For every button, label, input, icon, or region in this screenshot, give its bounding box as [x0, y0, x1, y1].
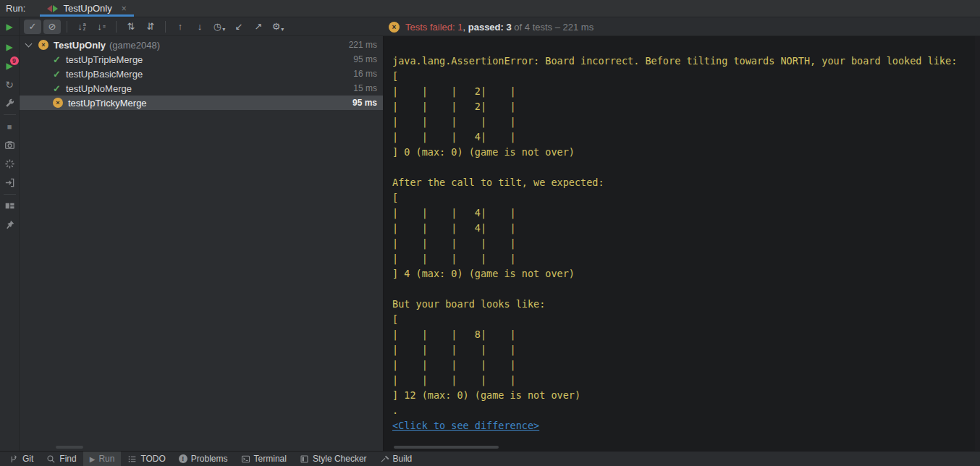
- toolwindow-style-checker[interactable]: Style Checker: [293, 452, 373, 466]
- settings-button[interactable]: ⚙ ▾: [269, 20, 287, 34]
- detach-icon[interactable]: [4, 177, 16, 189]
- duration-lines-icon: ≡: [103, 25, 106, 29]
- todo-list-icon: [127, 454, 137, 464]
- duration: 95 ms: [352, 98, 383, 108]
- clock-icon: ◷: [214, 21, 221, 32]
- run-panel-left-toolbar: ▶ ▶ 9 ↻ ■: [0, 36, 20, 451]
- tab-title: TestUpOnly: [63, 3, 111, 14]
- toolbar-separator: [116, 21, 117, 33]
- pin-icon[interactable]: [4, 219, 16, 231]
- tree-row-testuptrickymerge[interactable]: × testUpTrickyMerge 95 ms: [20, 96, 383, 110]
- terminal-icon: [241, 454, 250, 464]
- chevron-down-icon[interactable]: [25, 40, 33, 47]
- wrench-icon[interactable]: [4, 97, 16, 109]
- test-name: testUpBasicMerge: [66, 69, 143, 80]
- strip-separator: [4, 114, 16, 115]
- toolwindow-label: Problems: [191, 454, 228, 464]
- console-line: After the call to tilt, we expected:: [392, 175, 974, 190]
- sort-letter-z: z: [83, 27, 86, 31]
- rerun-button[interactable]: ▶: [4, 41, 16, 53]
- test-config-icon: [47, 5, 58, 12]
- git-branch-icon: [9, 454, 19, 464]
- vertical-scrollbar[interactable]: [975, 36, 980, 451]
- console-line: But your board looks like:: [392, 297, 974, 312]
- suite-name: TestUpOnly: [54, 40, 106, 51]
- camera-icon[interactable]: [4, 139, 16, 151]
- toolwindow-label: Run: [98, 454, 114, 464]
- hide-passed-button[interactable]: ✓: [24, 20, 41, 34]
- arrow-down-icon: ↓: [198, 21, 203, 32]
- tree-row-testupnomerge[interactable]: ✓ testUpNoMerge 15 ms: [20, 81, 383, 96]
- console-line: | | | | |: [392, 114, 974, 130]
- no-entry-icon: ⊘: [48, 21, 56, 32]
- console-line: | | | | |: [392, 342, 974, 357]
- see-difference-link[interactable]: <Click to see difference>: [392, 420, 539, 431]
- style-checker-icon: [300, 454, 309, 464]
- test-pass-icon: ✓: [53, 54, 61, 65]
- arrow-down-icon: ↓: [77, 21, 83, 32]
- tab-testuponly[interactable]: TestUpOnly ×: [40, 0, 133, 17]
- toolwindow-terminal[interactable]: Terminal: [235, 452, 293, 466]
- test-history-button[interactable]: ◷ ▾: [211, 20, 228, 34]
- test-console: java.lang.AssertionError: Board incorrec…: [384, 36, 980, 451]
- problems-icon: !: [179, 454, 187, 463]
- duration: 221 ms: [349, 40, 383, 50]
- horizontal-scrollbar[interactable]: [394, 446, 499, 449]
- expand-all-icon: ⇅: [127, 21, 135, 32]
- test-pass-icon: ✓: [53, 83, 61, 94]
- console-line: ] 12 (max: 0) (game is not over): [392, 388, 974, 403]
- sort-alphabetically-button[interactable]: ↓ az: [73, 20, 90, 34]
- collapse-all-icon: ⇵: [147, 21, 155, 32]
- console-line: .: [392, 403, 974, 418]
- thread-dump-icon[interactable]: [4, 158, 16, 170]
- tree-row-testupbasicmerge[interactable]: ✓ testUpBasicMerge 16 ms: [20, 67, 383, 81]
- console-line: [: [392, 190, 974, 206]
- console-line: | | | | |: [392, 357, 974, 373]
- stop-button[interactable]: ■: [4, 120, 16, 132]
- sort-by-duration-button[interactable]: ↓ ≡: [93, 20, 110, 34]
- tree-row-testuponly[interactable]: × TestUpOnly (game2048) 221 ms: [20, 38, 383, 52]
- console-line: [: [392, 312, 974, 327]
- toolwindow-find[interactable]: Find: [40, 452, 83, 466]
- collapse-all-button[interactable]: ⇵: [142, 20, 159, 34]
- duration: 16 ms: [353, 69, 383, 79]
- rerun-button[interactable]: ▶: [0, 17, 20, 35]
- console-line: | | | 8| |: [392, 327, 974, 342]
- rerun-failed-tests-button[interactable]: ▶ 9: [4, 59, 16, 72]
- summary-separator: ,: [463, 22, 468, 33]
- toolwindow-build[interactable]: Build: [373, 452, 419, 466]
- test-name: testUpNoMerge: [66, 83, 132, 94]
- test-error-icon: ×: [53, 98, 63, 108]
- tree-row-testuptriplemerge[interactable]: ✓ testUpTripleMerge 95 ms: [20, 52, 383, 67]
- console-line: | | | | |: [392, 373, 974, 388]
- toolbar-separator: [67, 21, 67, 33]
- toolwindow-problems[interactable]: ! Problems: [172, 452, 235, 466]
- horizontal-scrollbar[interactable]: [56, 446, 83, 449]
- check-icon: ✓: [29, 21, 37, 32]
- toolwindow-git[interactable]: Git: [3, 452, 40, 466]
- duration: 95 ms: [353, 54, 383, 64]
- restore-layout-icon[interactable]: [4, 200, 16, 212]
- hide-ignored-button[interactable]: ⊘: [43, 20, 61, 34]
- console-line: | | | 2| |: [392, 99, 974, 114]
- console-line: | | | 4| |: [392, 221, 974, 236]
- console-line: ] 4 (max: 0) (game is not over): [392, 266, 974, 281]
- arrow-up-icon: ↑: [178, 21, 183, 32]
- test-tree: × TestUpOnly (game2048) 221 ms ✓ testUpT…: [20, 36, 384, 451]
- console-line: | | | | |: [392, 251, 974, 266]
- search-icon: [46, 454, 56, 464]
- summary-text: Tests failed: 1, passed: 3 of 4 tests – …: [405, 22, 594, 33]
- close-icon[interactable]: ×: [122, 4, 127, 14]
- console-line: | | | 4| |: [392, 130, 974, 145]
- previous-failed-test-button[interactable]: ↑: [172, 20, 189, 34]
- expand-all-button[interactable]: ⇅: [122, 20, 140, 34]
- toggle-auto-test-button[interactable]: ↻: [4, 78, 16, 90]
- toolwindow-label: Style Checker: [313, 454, 367, 464]
- strip-separator: [4, 194, 16, 195]
- import-test-results-button[interactable]: ↙: [230, 20, 248, 34]
- next-failed-test-button[interactable]: ↓: [191, 20, 208, 34]
- toolwindow-todo[interactable]: TODO: [121, 452, 172, 466]
- toolwindow-run[interactable]: ▶ Run: [83, 452, 122, 466]
- export-test-results-button[interactable]: ↗: [250, 20, 267, 34]
- arrow-down-icon: ↓: [97, 21, 102, 32]
